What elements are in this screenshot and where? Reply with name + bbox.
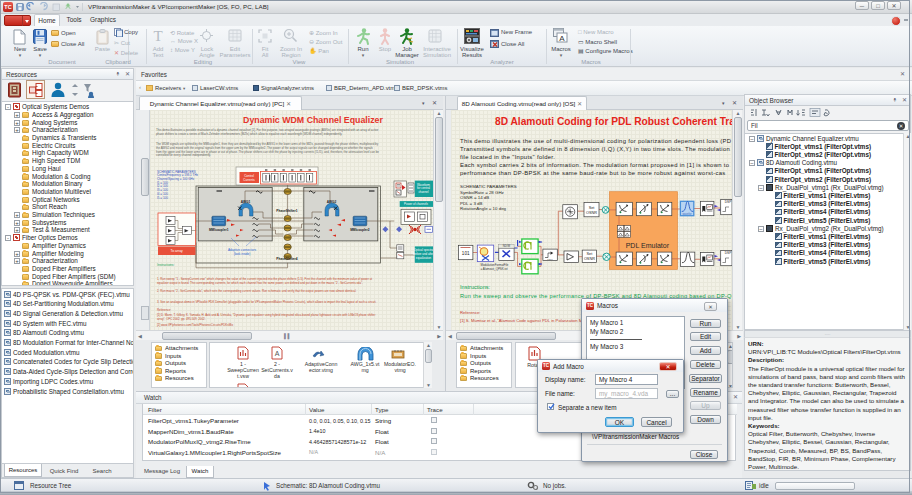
- svg-text:array", OFC 2002, pp. 495-509,: array", OFC 2002, pp. 495-509, 2002.: [157, 317, 206, 321]
- svg-text:MMIcoupler2: MMIcoupler2: [350, 228, 370, 232]
- svg-text:PDL Emulator: PDL Emulator: [626, 242, 670, 249]
- svg-text:Dynamic WDM Channel Equalizer: Dynamic WDM Channel Equalizer: [243, 115, 383, 125]
- svg-text:equalization: equalization: [416, 256, 432, 260]
- svg-text:3. See an analogous demo in VP: 3. See an analogous demo in VPItoolkit P…: [157, 300, 377, 304]
- svg-text:perfromance than DP-BPSK at t: perfromance than DP-BPSK at the same bau…: [460, 170, 726, 176]
- svg-text:Instructions:: Instructions:: [460, 284, 491, 290]
- svg-text:OSNR = 14 dB: OSNR = 14 dB: [460, 195, 489, 200]
- svg-text:PhaseShifter1: PhaseShifter1: [276, 209, 297, 213]
- svg-text:SymbolRate = 28 GHz: SymbolRate = 28 GHz: [460, 190, 504, 195]
- svg-text:equalizer output is found. The: equalizer output is found. The correspon…: [157, 281, 363, 285]
- svg-text:PDL = 3 dB: PDL = 3 dB: [460, 201, 482, 206]
- svg-text:OSNR: OSNR: [584, 257, 595, 261]
- svg-text:A: A: [275, 350, 280, 357]
- svg-text:Set: Set: [587, 252, 594, 256]
- svg-text:I5 = 100: I5 = 100: [157, 196, 168, 200]
- svg-text:DSP: DSP: [725, 251, 732, 255]
- svg-text:Transmitted symbols are define: Transmitted symbols are defined in 8 dim…: [460, 146, 730, 152]
- svg-text:Currents: Currents: [243, 178, 255, 182]
- svg-text:OSNR: OSNR: [586, 211, 597, 215]
- svg-text:controlled for every channel i: controlled for every channel independent…: [156, 153, 211, 157]
- svg-text:This demo illustrates the use: This demo illustrates the use of multi-d…: [460, 138, 731, 144]
- svg-text:PhaseShifter4: PhaseShifter4: [276, 257, 297, 261]
- svg-text:phase shifters to create a ser: phase shifters to create a series of Mac…: [156, 132, 343, 136]
- svg-text:Instructions:: Instructions:: [157, 263, 174, 267]
- svg-text:file located in the "Inputs" f: file located in the "Inputs" folder.: [460, 154, 555, 160]
- svg-text:Reference:: Reference:: [460, 310, 480, 315]
- svg-text:NDIM: NDIM: [503, 244, 511, 248]
- svg-text:Reference:: Reference:: [157, 308, 171, 312]
- svg-text:MMIcoupler1: MMIcoupler1: [209, 228, 229, 232]
- svg-text:SCHEMATIC PARAMETERS: SCHEMATIC PARAMETERS: [460, 184, 517, 189]
- svg-text:A: A: [559, 34, 565, 43]
- svg-text:To array: To array: [171, 249, 184, 253]
- svg-text:DSP: DSP: [725, 200, 732, 204]
- svg-text:channel: channel: [418, 190, 428, 194]
- svg-text:8D Alamouti Coding for PDL Rob: 8D Alamouti Coding for PDL Robust Cohere…: [495, 116, 732, 127]
- svg-text:101: 101: [462, 251, 470, 256]
- svg-text:[2] www.VPIphotonics.com/Tools: [2] www.VPIphotonics.com/Tools/PhotonicC…: [157, 323, 234, 327]
- svg-text:Each symbol carries 2 bits of: Each symbol carries 2 bits of informatio…: [460, 162, 730, 168]
- svg-text:wavefor: wavefor: [682, 212, 691, 216]
- svg-text:RotationAngle = 10 deg: RotationAngle = 10 deg: [460, 206, 507, 211]
- svg-text:2. Run macro "2 - SetCurrents.: 2. Run macro "2 - SetCurrents.vda", whic…: [157, 289, 357, 293]
- svg-text:= Alamouti_QPSK.txt: = Alamouti_QPSK.txt: [481, 267, 508, 271]
- svg-text:Power of channels: Power of channels: [404, 202, 428, 206]
- svg-text:(look inside): (look inside): [234, 252, 251, 256]
- svg-text:1/2.1: 1/2.1: [547, 258, 553, 261]
- svg-text:Set: Set: [589, 206, 596, 210]
